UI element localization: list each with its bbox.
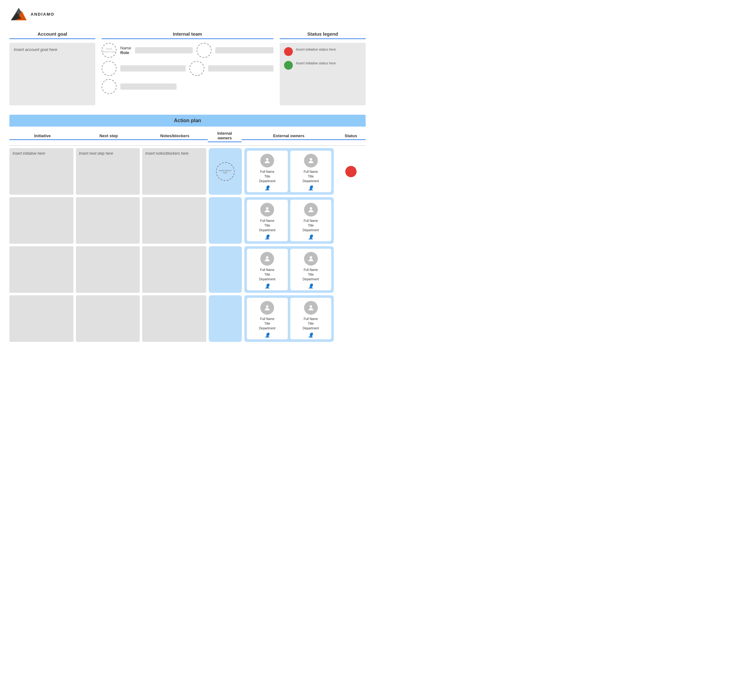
action-plan-section: Action plan Initiative Next step Notes/b… [9,115,366,342]
person-avatar-2b [304,203,318,217]
team-name-role-1: Name Role [120,46,131,55]
cell-initiative-4[interactable] [9,295,74,342]
person-dept-1a: Department [259,179,275,183]
team-bar-2b [208,65,274,72]
person-title-4a: Title [259,321,275,326]
nextstep-text-1: Insert next step here [79,151,113,155]
initiative-text-1: Insert initiative here [12,151,45,155]
account-goal-box[interactable]: Insert account goal here [9,43,95,105]
col-header-nextstep: Next step [75,132,142,140]
cell-nextstep-2[interactable] [76,197,140,244]
person-name-2b: Full Name [303,218,319,223]
cell-nextstep-1[interactable]: Insert next step here [76,148,140,195]
cell-notes-2[interactable] [142,197,206,244]
person-name-3a: Full Name [259,268,275,272]
person-info-2a: Full Name Title Department [259,218,275,232]
person-dept-4a: Department [259,326,275,331]
team-rows: Insert picture here Name Role [101,43,274,94]
person-info-3b: Full Name Title Department [303,268,319,282]
action-row-4: Full Name Title Department 👤 Full Name T… [9,295,366,342]
cell-notes-3[interactable] [142,246,206,293]
col-header-initiative: Initiative [9,132,75,140]
cell-initiative-3[interactable] [9,246,74,293]
col-header-external: External owners [241,132,336,140]
cell-internal-2[interactable] [209,197,242,244]
person-link-icon-3a[interactable]: 👤 [265,283,270,288]
cell-notes-4[interactable] [142,295,206,342]
person-info-1a: Full Name Title Department [259,169,275,183]
svg-point-9 [266,305,269,308]
action-row-2: Full Name Title Department 👤 Full Name T… [9,197,366,244]
person-card-3b: Full Name Title Department 👤 [290,249,331,290]
person-title-1a: Title [259,174,275,179]
team-bar-3 [120,83,177,90]
person-link-icon-1a[interactable]: 👤 [265,185,270,190]
person-link-icon-2a[interactable]: 👤 [265,234,270,239]
cell-nextstep-3[interactable] [76,246,140,293]
cell-internal-3[interactable] [209,246,242,293]
svg-point-6 [310,207,312,210]
person-avatar-3a [260,252,274,266]
svg-point-10 [310,305,312,308]
internal-pic-text-1: Insert picture here [217,169,234,174]
legend-dot-green [284,61,293,70]
person-link-icon-1b[interactable]: 👤 [308,185,314,190]
person-info-3a: Full Name Title Department [259,268,275,282]
person-title-3a: Title [259,272,275,277]
person-dept-1b: Department [303,179,319,183]
cell-initiative-1[interactable]: Insert initiative here [9,148,74,195]
team-row: Insert picture here Name Role [101,43,274,58]
cell-external-3: Full Name Title Department 👤 Full Name T… [244,246,334,293]
status-legend-box: Insert initiative status here Insert ini… [280,43,366,105]
person-name-4a: Full Name [259,317,275,321]
person-dept-2b: Department [303,228,319,232]
person-avatar-2a [260,203,274,217]
andiamo-logo-icon [9,6,28,22]
legend-item-red: Insert initiative status here [284,47,361,56]
col-header-status: Status [336,132,366,140]
team-avatar-2[interactable] [101,61,117,76]
action-row-3: Full Name Title Department 👤 Full Name T… [9,246,366,293]
svg-point-7 [266,256,269,259]
action-rows: Insert initiative here Insert next step … [9,146,366,342]
status-circle-1 [345,166,357,177]
internal-pic-1: Insert picture here [216,162,235,181]
col-header-notes: Notes/blockers [142,132,208,140]
svg-point-5 [266,207,269,210]
person-link-icon-4b[interactable]: 👤 [308,332,314,337]
account-goal-title: Account goal [9,31,95,39]
person-name-2a: Full Name [259,218,275,223]
col-header-internal: Internal owners [208,130,241,142]
cell-internal-4[interactable] [209,295,242,342]
person-card-4a: Full Name Title Department 👤 [247,298,288,339]
internal-team-title: Internal team [101,31,274,39]
team-avatar-1b[interactable] [197,43,212,58]
person-name-1b: Full Name [303,169,319,174]
person-avatar-4b [304,301,318,315]
cell-external-1: Full Name Title Department 👤 Full Name T… [244,148,334,195]
account-goal-placeholder: Insert account goal here [14,47,57,52]
person-card-1a: Full Name Title Department 👤 [247,151,288,192]
person-link-icon-3b[interactable]: 👤 [308,283,314,288]
person-name-4b: Full Name [303,317,319,321]
team-avatar-2b[interactable] [189,61,204,76]
internal-team-block: Internal team Insert picture here Name R… [101,31,274,105]
person-card-2a: Full Name Title Department 👤 [247,200,288,241]
cell-status-3 [336,246,366,293]
cell-internal-1[interactable]: Insert picture here [209,148,242,195]
person-link-icon-4a[interactable]: 👤 [265,332,270,337]
person-avatar-1b [304,154,318,168]
cell-initiative-2[interactable] [9,197,74,244]
cell-notes-1[interactable]: Insert notes/blockers here [142,148,206,195]
top-section: Account goal Insert account goal here In… [9,31,366,105]
legend-dot-red [284,47,293,56]
cell-status-4 [336,295,366,342]
person-card-2b: Full Name Title Department 👤 [290,200,331,241]
company-name: ANDIAMO [31,12,54,17]
team-avatar-1[interactable]: Insert picture here [101,43,117,58]
person-link-icon-2b[interactable]: 👤 [308,234,314,239]
legend-label-green: Insert initiative status here [296,61,336,66]
cell-nextstep-4[interactable] [76,295,140,342]
team-avatar-3[interactable] [101,79,117,94]
person-name-3b: Full Name [303,268,319,272]
